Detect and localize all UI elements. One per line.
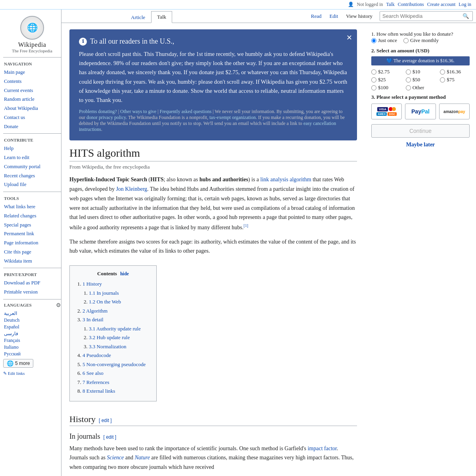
toc-link-pseudocode[interactable]: 4 Pseudocode xyxy=(83,352,111,358)
amount-2-75[interactable]: $2.75 xyxy=(371,69,401,75)
sidebar-item-community-portal[interactable]: Community portal xyxy=(3,162,61,171)
history-text: Many methods have been used to rank the … xyxy=(69,444,357,472)
in-journals-edit-anchor[interactable]: edit xyxy=(106,434,113,440)
sidebar-item-what-links[interactable]: What links here xyxy=(3,202,61,211)
sidebar-lang-italiano[interactable]: Italiano xyxy=(3,344,61,351)
toc-link-in-detail[interactable]: 3 In detail xyxy=(83,317,104,322)
tax-exempt-link[interactable]: tax-exempt organization xyxy=(209,115,256,120)
sidebar-item-cite-page[interactable]: Cite this page xyxy=(3,248,61,257)
sidebar-item-page-information[interactable]: Page information xyxy=(3,238,61,248)
history-edit-link: [ edit ] xyxy=(99,418,112,423)
sidebar-item-special-pages[interactable]: Special pages xyxy=(3,221,61,230)
card-payment-button[interactable]: VISA AMEX DISC xyxy=(371,104,402,119)
toc-link-authority-rule[interactable]: 3.1 Authority update rule xyxy=(89,326,141,332)
amount-25[interactable]: $25 xyxy=(371,77,401,83)
sidebar-lang-espanol[interactable]: Español xyxy=(3,324,61,330)
sidebar-item-upload-file[interactable]: Upload file xyxy=(3,180,61,189)
tab-talk[interactable]: Talk xyxy=(151,11,172,23)
faq-link[interactable]: Frequently asked questions xyxy=(159,109,211,114)
sidebar-item-main-page[interactable]: Main page xyxy=(3,68,61,77)
search-input[interactable] xyxy=(380,12,459,21)
sidebar-item-contents[interactable]: Contents xyxy=(3,77,61,86)
problems-donating-link[interactable]: Problems donating? xyxy=(79,109,117,114)
sidebar-item-permanent-link[interactable]: Permanent link xyxy=(3,229,61,238)
history-edit-anchor[interactable]: edit xyxy=(102,418,109,423)
science-journal-link[interactable]: Science xyxy=(107,455,124,461)
sidebar-lang-arabic[interactable]: العربية xyxy=(3,310,61,317)
create-account-link[interactable]: Create account xyxy=(427,2,456,8)
edit-action[interactable]: Edit xyxy=(326,11,342,22)
sidebar-item-download-pdf[interactable]: Download as PDF xyxy=(3,278,61,288)
amazon-pay-button[interactable]: amazonpay xyxy=(439,104,470,119)
sidebar-item-printable[interactable]: Printable version xyxy=(3,288,61,297)
wikipedia-logo: 🌐 xyxy=(20,16,44,40)
search-button[interactable]: 🔍 xyxy=(459,12,472,21)
sidebar-item-about[interactable]: About Wikipedia xyxy=(3,104,61,113)
sidebar-item-contact[interactable]: Contact us xyxy=(3,113,61,122)
sidebar-item-random-article[interactable]: Random article xyxy=(3,95,61,104)
view-history-action[interactable]: View history xyxy=(342,11,376,22)
toc-link-on-web[interactable]: 1.2 On the Web xyxy=(89,299,121,305)
sidebar-lang-farsi[interactable]: فارسی xyxy=(3,330,61,337)
other-ways-link[interactable]: Other ways to give xyxy=(120,109,156,114)
talk-link[interactable]: Talk xyxy=(386,2,395,8)
sidebar-item-recent-changes[interactable]: Recent changes xyxy=(3,171,61,180)
amount-100[interactable]: $100 xyxy=(371,84,401,91)
continue-button[interactable]: Continue xyxy=(371,124,470,138)
contribute-section-title: Contribute xyxy=(3,138,61,142)
nature-journal-link[interactable]: Nature xyxy=(134,455,150,461)
sidebar-item-donate[interactable]: Donate xyxy=(3,122,61,131)
payment-methods: VISA AMEX DISC PayPal ama xyxy=(371,104,470,119)
frequency-options: Just once Give monthly xyxy=(371,37,470,44)
link-analysis-link[interactable]: link analysis algorithm xyxy=(260,177,311,182)
sidebar-lang-deutsch[interactable]: Deutsch xyxy=(3,317,61,324)
toc-link-in-journals[interactable]: 1.1 In journals xyxy=(89,290,119,296)
banner-close-button[interactable]: ✕ xyxy=(346,33,352,42)
just-once-radio[interactable] xyxy=(371,38,376,43)
sidebar-lang-francais[interactable]: Français xyxy=(3,337,61,344)
languages-settings-icon[interactable]: ⚙ xyxy=(56,302,61,309)
site-tagline: The Free Encyclopedia xyxy=(3,48,61,53)
sidebar-item-current-events[interactable]: Current events xyxy=(3,86,61,95)
contributions-link[interactable]: Contributions xyxy=(398,2,424,8)
toc-link-non-converging[interactable]: 5 Non-converging pseudocode xyxy=(83,361,146,367)
just-once-option[interactable]: Just once xyxy=(371,37,397,44)
toc-hide-button[interactable]: hide xyxy=(120,271,129,277)
log-in-link[interactable]: Log in xyxy=(459,2,471,8)
tab-actions: Read Edit View history 🔍 xyxy=(307,10,476,23)
toc-link-algorithm[interactable]: 2 Algorithm xyxy=(83,308,107,314)
toc-link-hub-rule[interactable]: 3.2 Hub update rule xyxy=(89,334,130,340)
amount-other[interactable]: Other xyxy=(406,84,436,91)
give-monthly-option[interactable]: Give monthly xyxy=(403,37,439,44)
toc-link-external-links[interactable]: 8 External links xyxy=(83,388,115,394)
amount-16-36[interactable]: $16.36 xyxy=(440,69,470,75)
amount-75[interactable]: $75 xyxy=(440,77,470,83)
kleinberg-link[interactable]: Jon Kleinberg xyxy=(116,186,147,192)
amount-50[interactable]: $50 xyxy=(406,77,436,83)
maybe-later-link[interactable]: Maybe later xyxy=(371,142,470,148)
heart-icon: 💙 xyxy=(386,58,392,63)
amount-label-other: Other xyxy=(413,84,424,91)
ref1[interactable]: [1] xyxy=(244,223,248,228)
toc-link-references[interactable]: 7 References xyxy=(83,379,109,385)
impact-factor-link[interactable]: impact factor xyxy=(307,445,336,451)
amount-10[interactable]: $10 xyxy=(406,69,436,75)
sidebar-lang-russian[interactable]: Русский xyxy=(3,351,61,357)
sidebar-item-related-changes[interactable]: Related changes xyxy=(3,211,61,221)
sidebar-item-wikidata[interactable]: Wikidata item xyxy=(3,257,61,266)
toc-item-1: 1 History 1.1 In journals 1.2 On the Web xyxy=(83,280,150,306)
tab-article[interactable]: Article xyxy=(125,12,151,23)
read-action[interactable]: Read xyxy=(307,11,326,22)
privacy-link[interactable]: donor privacy policy xyxy=(86,115,126,120)
toc-link-see-also[interactable]: 6 See also xyxy=(83,370,104,376)
sidebar-item-help[interactable]: Help xyxy=(3,144,61,153)
give-monthly-radio[interactable] xyxy=(403,38,409,43)
toc-link-history[interactable]: 1 History xyxy=(83,281,102,287)
amount-label-10: $10 xyxy=(413,69,420,75)
edit-languages-link[interactable]: ✎ Edit links xyxy=(3,371,61,376)
sidebar-item-learn-to-edit[interactable]: Learn to edit xyxy=(3,153,61,162)
more-languages-button[interactable]: 🌐 5 more xyxy=(3,359,33,368)
not-logged-in-text: Not logged in xyxy=(357,2,383,8)
paypal-button[interactable]: PayPal xyxy=(405,104,436,119)
toc-link-normalization[interactable]: 3.3 Normalization xyxy=(89,344,127,349)
